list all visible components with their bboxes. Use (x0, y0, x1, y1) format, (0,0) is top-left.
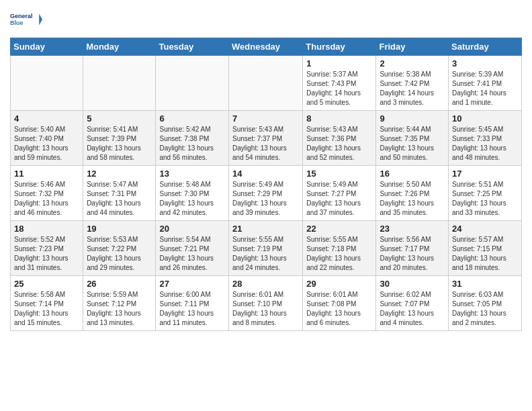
day-number: 21 (232, 224, 299, 234)
day-info: Sunrise: 5:44 AMSunset: 7:35 PMDaylight:… (380, 125, 445, 163)
calendar-cell: 7Sunrise: 5:43 AMSunset: 7:37 PMDaylight… (229, 111, 303, 166)
day-info: Sunrise: 5:43 AMSunset: 7:37 PMDaylight:… (232, 125, 299, 163)
calendar-cell (156, 56, 229, 111)
calendar-cell: 16Sunrise: 5:50 AMSunset: 7:26 PMDayligh… (376, 166, 449, 221)
calendar-header-wednesday: Wednesday (229, 38, 303, 56)
day-info: Sunrise: 6:01 AMSunset: 7:08 PMDaylight:… (306, 290, 372, 328)
day-number: 1 (306, 58, 372, 68)
day-info: Sunrise: 5:57 AMSunset: 7:15 PMDaylight:… (452, 235, 518, 273)
calendar-header-friday: Friday (376, 38, 449, 56)
calendar-cell: 6Sunrise: 5:42 AMSunset: 7:38 PMDaylight… (156, 111, 229, 166)
day-number: 26 (87, 279, 152, 289)
day-number: 3 (452, 58, 518, 68)
day-info: Sunrise: 5:38 AMSunset: 7:42 PMDaylight:… (380, 70, 445, 107)
day-number: 29 (306, 279, 372, 289)
calendar-cell: 28Sunrise: 6:01 AMSunset: 7:10 PMDayligh… (229, 276, 303, 331)
day-info: Sunrise: 5:52 AMSunset: 7:23 PMDaylight:… (14, 235, 79, 273)
day-info: Sunrise: 5:46 AMSunset: 7:32 PMDaylight:… (14, 180, 79, 218)
day-number: 23 (380, 224, 445, 234)
svg-text:General: General (10, 13, 33, 19)
day-number: 22 (306, 224, 372, 234)
day-info: Sunrise: 5:40 AMSunset: 7:40 PMDaylight:… (14, 125, 79, 163)
calendar-cell: 18Sunrise: 5:52 AMSunset: 7:23 PMDayligh… (11, 221, 83, 276)
calendar-header-monday: Monday (83, 38, 156, 56)
day-info: Sunrise: 5:56 AMSunset: 7:17 PMDaylight:… (380, 235, 445, 273)
day-info: Sunrise: 5:48 AMSunset: 7:30 PMDaylight:… (159, 180, 225, 218)
day-info: Sunrise: 5:50 AMSunset: 7:26 PMDaylight:… (380, 180, 445, 218)
calendar-header-tuesday: Tuesday (156, 38, 229, 56)
calendar-header-sunday: Sunday (11, 38, 83, 56)
calendar-cell: 25Sunrise: 5:58 AMSunset: 7:14 PMDayligh… (11, 276, 83, 331)
calendar-cell: 17Sunrise: 5:51 AMSunset: 7:25 PMDayligh… (449, 166, 522, 221)
calendar-cell: 22Sunrise: 5:55 AMSunset: 7:18 PMDayligh… (303, 221, 376, 276)
calendar-cell: 20Sunrise: 5:54 AMSunset: 7:21 PMDayligh… (156, 221, 229, 276)
calendar-table: SundayMondayTuesdayWednesdayThursdayFrid… (10, 38, 522, 331)
calendar-cell: 9Sunrise: 5:44 AMSunset: 7:35 PMDaylight… (376, 111, 449, 166)
day-info: Sunrise: 5:58 AMSunset: 7:14 PMDaylight:… (14, 290, 79, 328)
day-info: Sunrise: 6:03 AMSunset: 7:05 PMDaylight:… (452, 290, 518, 328)
day-info: Sunrise: 5:49 AMSunset: 7:29 PMDaylight:… (232, 180, 299, 218)
calendar-cell (83, 56, 156, 111)
logo: General Blue (10, 7, 42, 32)
logo-svg: General Blue (10, 7, 42, 32)
day-info: Sunrise: 5:42 AMSunset: 7:38 PMDaylight:… (159, 125, 225, 163)
day-info: Sunrise: 5:39 AMSunset: 7:41 PMDaylight:… (452, 70, 518, 107)
day-info: Sunrise: 5:45 AMSunset: 7:33 PMDaylight:… (452, 125, 518, 163)
calendar-week-row: 11Sunrise: 5:46 AMSunset: 7:32 PMDayligh… (11, 166, 522, 221)
calendar-cell: 12Sunrise: 5:47 AMSunset: 7:31 PMDayligh… (83, 166, 156, 221)
calendar-cell: 19Sunrise: 5:53 AMSunset: 7:22 PMDayligh… (83, 221, 156, 276)
calendar-cell: 8Sunrise: 5:43 AMSunset: 7:36 PMDaylight… (303, 111, 376, 166)
day-info: Sunrise: 5:59 AMSunset: 7:12 PMDaylight:… (87, 290, 152, 328)
day-number: 8 (306, 113, 372, 124)
day-number: 10 (452, 113, 518, 124)
day-info: Sunrise: 5:47 AMSunset: 7:31 PMDaylight:… (87, 180, 152, 218)
calendar-cell: 24Sunrise: 5:57 AMSunset: 7:15 PMDayligh… (449, 221, 522, 276)
day-info: Sunrise: 5:53 AMSunset: 7:22 PMDaylight:… (87, 235, 152, 273)
calendar-cell: 14Sunrise: 5:49 AMSunset: 7:29 PMDayligh… (229, 166, 303, 221)
day-number: 6 (159, 113, 225, 124)
day-number: 16 (380, 169, 445, 179)
day-info: Sunrise: 5:49 AMSunset: 7:27 PMDaylight:… (306, 180, 372, 218)
calendar-cell: 26Sunrise: 5:59 AMSunset: 7:12 PMDayligh… (83, 276, 156, 331)
day-number: 12 (87, 169, 152, 179)
calendar-cell: 15Sunrise: 5:49 AMSunset: 7:27 PMDayligh… (303, 166, 376, 221)
calendar-header-thursday: Thursday (303, 38, 376, 56)
calendar-cell: 5Sunrise: 5:41 AMSunset: 7:39 PMDaylight… (83, 111, 156, 166)
day-number: 14 (232, 169, 299, 179)
day-number: 4 (14, 113, 79, 124)
calendar-week-row: 4Sunrise: 5:40 AMSunset: 7:40 PMDaylight… (11, 111, 522, 166)
day-info: Sunrise: 6:00 AMSunset: 7:11 PMDaylight:… (159, 290, 225, 328)
calendar-week-row: 25Sunrise: 5:58 AMSunset: 7:14 PMDayligh… (11, 276, 522, 331)
day-number: 9 (380, 113, 445, 124)
day-number: 24 (452, 224, 518, 234)
day-number: 7 (232, 113, 299, 124)
day-number: 2 (380, 58, 445, 68)
calendar-cell: 30Sunrise: 6:02 AMSunset: 7:07 PMDayligh… (376, 276, 449, 331)
calendar-cell: 1Sunrise: 5:37 AMSunset: 7:43 PMDaylight… (303, 56, 376, 111)
day-info: Sunrise: 5:43 AMSunset: 7:36 PMDaylight:… (306, 125, 372, 163)
calendar-cell: 3Sunrise: 5:39 AMSunset: 7:41 PMDaylight… (449, 56, 522, 111)
day-number: 11 (14, 169, 79, 179)
page-header: General Blue (10, 7, 522, 32)
calendar-cell: 10Sunrise: 5:45 AMSunset: 7:33 PMDayligh… (449, 111, 522, 166)
day-number: 30 (380, 279, 445, 289)
day-info: Sunrise: 5:41 AMSunset: 7:39 PMDaylight:… (87, 125, 152, 163)
day-info: Sunrise: 5:51 AMSunset: 7:25 PMDaylight:… (452, 180, 518, 218)
day-number: 17 (452, 169, 518, 179)
calendar-cell: 13Sunrise: 5:48 AMSunset: 7:30 PMDayligh… (156, 166, 229, 221)
calendar-header-saturday: Saturday (449, 38, 522, 56)
calendar-cell: 23Sunrise: 5:56 AMSunset: 7:17 PMDayligh… (376, 221, 449, 276)
day-number: 27 (159, 279, 225, 289)
calendar-week-row: 1Sunrise: 5:37 AMSunset: 7:43 PMDaylight… (11, 56, 522, 111)
day-number: 19 (87, 224, 152, 234)
calendar-cell: 27Sunrise: 6:00 AMSunset: 7:11 PMDayligh… (156, 276, 229, 331)
calendar-cell: 4Sunrise: 5:40 AMSunset: 7:40 PMDaylight… (11, 111, 83, 166)
day-number: 13 (159, 169, 225, 179)
day-number: 28 (232, 279, 299, 289)
day-number: 31 (452, 279, 518, 289)
calendar-cell: 21Sunrise: 5:55 AMSunset: 7:19 PMDayligh… (229, 221, 303, 276)
calendar-cell (11, 56, 83, 111)
day-info: Sunrise: 5:37 AMSunset: 7:43 PMDaylight:… (306, 70, 372, 107)
day-number: 5 (87, 113, 152, 124)
day-info: Sunrise: 6:02 AMSunset: 7:07 PMDaylight:… (380, 290, 445, 328)
